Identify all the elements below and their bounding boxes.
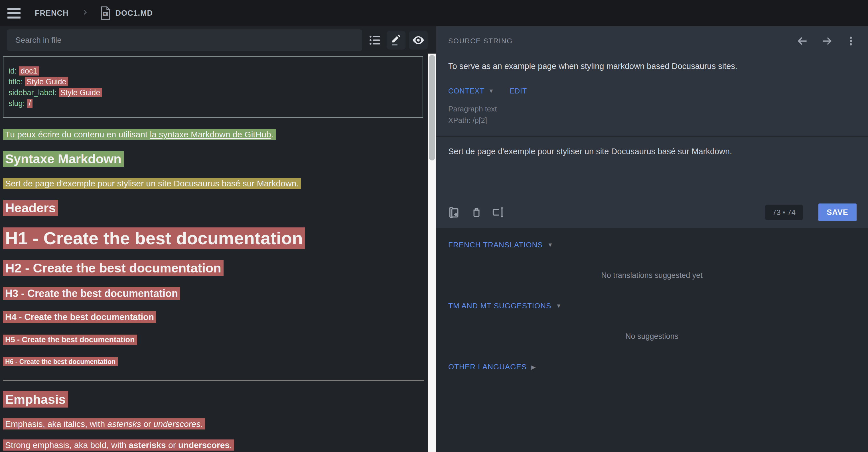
context-toggle[interactable]: CONTEXT <box>448 87 484 95</box>
h5-sample: H5 - Create the best documentation <box>3 335 423 344</box>
translation-panel: SOURCE STRING To serve as an example pag… <box>436 26 868 452</box>
syntax-heading: Syntaxe Markdown <box>3 152 423 166</box>
hamburger-menu-icon[interactable] <box>7 6 21 20</box>
untranslated-string[interactable]: H5 - Create the best documentation <box>3 334 137 345</box>
translations-empty-state: No translations suggested yet <box>448 271 856 280</box>
untranslated-string[interactable]: H6 - Create the best documentation <box>3 357 118 366</box>
untranslated-string[interactable]: Headers <box>3 200 58 216</box>
scrollbar-track[interactable] <box>428 54 436 452</box>
frontmatter-value-string[interactable]: Style Guide <box>25 77 68 86</box>
untranslated-string[interactable]: Emphasis, aka italics, with asterisks or… <box>3 418 205 429</box>
document-scrollbar <box>428 26 436 452</box>
untranslated-string[interactable]: H1 - Create the best documentation <box>3 227 305 249</box>
frontmatter-line: title: Style Guide <box>8 76 423 87</box>
svg-text:M↓: M↓ <box>103 13 107 16</box>
breadcrumb-file[interactable]: DOC1.MD <box>116 9 153 18</box>
breadcrumb-project[interactable]: FRENCH <box>35 9 69 18</box>
suggestions-empty-state: No suggestions <box>448 332 856 341</box>
frontmatter-line: sidebar_label: Style Guide <box>8 87 423 98</box>
emphasis-italic-paragraph: Emphasis, aka italics, with asterisks or… <box>3 418 423 430</box>
untranslated-string[interactable]: Strong emphasis, aka bold, with asterisk… <box>3 440 234 451</box>
context-type: Paragraph text <box>448 103 857 115</box>
previous-string-button[interactable] <box>796 35 809 47</box>
expand-triangle-icon: ▶ <box>531 364 536 370</box>
context-edit-link[interactable]: EDIT <box>509 87 527 95</box>
frontmatter-line: slug: / <box>8 98 423 109</box>
source-string-editor: SOURCE STRING To serve as an example pag… <box>436 26 868 228</box>
suggestions-area: FRENCH TRANSLATIONS ▼ No translations su… <box>436 228 868 452</box>
untranslated-string[interactable]: H3 - Create the best documentation <box>3 287 180 300</box>
h3-sample: H3 - Create the best documentation <box>3 288 423 299</box>
markdown-file-icon: M↓ <box>100 6 111 20</box>
frontmatter-value-string[interactable]: Style Guide <box>59 88 102 97</box>
edit-mode-button[interactable] <box>387 31 405 50</box>
context-dropdown-triangle-icon: ▼ <box>488 88 494 94</box>
emphasis-bold-paragraph: Strong emphasis, aka bold, with asterisk… <box>3 440 423 451</box>
untranslated-string[interactable]: H4 - Create the best documentation <box>3 311 156 323</box>
char-count-badge: 73 • 74 <box>765 205 803 220</box>
source-string-label: SOURCE STRING <box>448 37 513 45</box>
selected-string[interactable]: Sert de page d'exemple pour styliser un … <box>3 178 301 189</box>
source-text: To serve as an example page when styling… <box>448 62 857 71</box>
list-view-icon[interactable] <box>367 32 383 48</box>
context-xpath: XPath: /p[2] <box>448 115 857 126</box>
other-languages-header[interactable]: OTHER LANGUAGES ▶ <box>448 362 856 372</box>
untranslated-string[interactable]: H2 - Create the best documentation <box>3 260 223 276</box>
frontmatter-block: id: doc1 title: Style Guide sidebar_labe… <box>3 57 423 118</box>
save-button[interactable]: SAVE <box>818 203 857 221</box>
h6-sample: H6 - Create the best documentation <box>3 358 423 366</box>
h1-sample: H1 - Create the best documentation <box>3 228 423 248</box>
document-preview: id: doc1 title: Style Guide sidebar_labe… <box>0 54 428 452</box>
h2-sample: H2 - Create the best documentation <box>3 261 423 276</box>
delete-translation-icon[interactable] <box>470 206 483 219</box>
collapse-triangle-icon: ▼ <box>556 303 562 309</box>
document-panel: id: doc1 title: Style Guide sidebar_labe… <box>0 26 428 452</box>
next-string-button[interactable] <box>821 35 833 47</box>
french-translations-header[interactable]: FRENCH TRANSLATIONS ▼ <box>448 240 856 249</box>
collapse-triangle-icon: ▼ <box>548 242 554 248</box>
horizontal-rule <box>3 380 424 381</box>
emphasis-heading: Emphasis <box>3 392 423 407</box>
intro-paragraph: Tu peux écrire du contenu en utilisant l… <box>3 129 423 140</box>
translation-input[interactable]: Sert de page d'exemple pour styliser un … <box>448 137 857 198</box>
breadcrumb-chevron-icon <box>81 8 89 18</box>
h4-sample: H4 - Create the best documentation <box>3 312 423 322</box>
markdown-syntax-link[interactable]: la syntaxe Markdown de GitHub <box>150 130 271 139</box>
untranslated-string[interactable]: Emphasis <box>3 391 68 408</box>
translated-string[interactable]: Tu peux écrire du contenu en utilisant l… <box>3 129 276 140</box>
selected-paragraph: Sert de page d'exemple pour styliser un … <box>3 178 423 189</box>
headers-heading: Headers <box>3 201 423 216</box>
translated-string[interactable]: Syntaxe Markdown <box>3 151 124 167</box>
frontmatter-value-string[interactable]: / <box>27 99 33 108</box>
frontmatter-value-string[interactable]: doc1 <box>19 66 39 75</box>
search-input[interactable] <box>7 29 362 51</box>
top-bar: FRENCH M↓ DOC1.MD <box>0 0 868 26</box>
tm-mt-suggestions-header[interactable]: TM AND MT SUGGESTIONS ▼ <box>448 301 856 310</box>
kebab-menu-icon[interactable] <box>845 35 857 47</box>
preview-eye-button[interactable] <box>409 31 428 50</box>
insert-tag-icon[interactable] <box>492 206 505 219</box>
scrollbar-thumb[interactable] <box>429 55 435 160</box>
copy-source-icon[interactable] <box>448 206 461 219</box>
frontmatter-line: id: doc1 <box>8 66 423 76</box>
search-row <box>0 26 428 54</box>
